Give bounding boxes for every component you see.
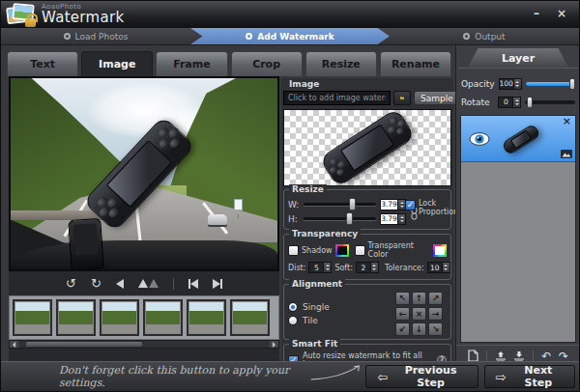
rotate-slider-handle[interactable]	[527, 97, 533, 108]
layer-panel-tab[interactable]: Layer	[468, 48, 568, 68]
tab-frame[interactable]: Frame	[156, 51, 227, 76]
width-slider[interactable]	[304, 203, 376, 206]
transparent-color-label: Transparent Color	[368, 241, 430, 259]
smart-fit-group-title: Smart Fit	[289, 339, 340, 349]
thumbnail[interactable]	[230, 299, 270, 336]
preview-photo[interactable]	[11, 78, 277, 269]
spin-up-icon[interactable]	[400, 214, 404, 218]
tile-radio[interactable]	[288, 316, 298, 325]
shadow-color-swatch[interactable]	[335, 244, 349, 257]
height-spinner[interactable]: 3.79	[380, 213, 406, 225]
rotate-ccw-button[interactable]: ↺	[66, 277, 76, 290]
step-add-watermark[interactable]: Add Watermark	[190, 28, 390, 44]
thumbnail[interactable]	[56, 299, 96, 336]
transparent-color-checkbox[interactable]	[355, 245, 365, 256]
align-right-button[interactable]: →	[428, 307, 443, 321]
align-top-right-button[interactable]: ↗	[428, 292, 443, 305]
align-bottom-button[interactable]: ↓	[412, 322, 426, 336]
scroll-left-arrow[interactable]	[10, 341, 18, 348]
step-load-photos[interactable]: Load Photos	[1, 28, 190, 44]
visibility-eye-icon[interactable]	[469, 132, 490, 146]
thumbnail[interactable]	[143, 299, 183, 336]
tolerance-spinner[interactable]: 10	[427, 262, 450, 273]
step-output[interactable]: Output	[390, 28, 579, 44]
align-top-left-button[interactable]: ↖	[395, 292, 410, 305]
spin-up-icon[interactable]	[400, 200, 404, 204]
previous-step-button[interactable]: ⇦ Previous Step	[365, 365, 478, 388]
opacity-slider[interactable]	[526, 82, 575, 86]
image-watermark-settings: Image Sample Resize W:	[281, 78, 453, 364]
spin-down-icon[interactable]	[400, 206, 404, 210]
watermark-tab-bar: Text Image Frame Crop Resize Rename	[7, 51, 451, 76]
tab-resize[interactable]: Resize	[305, 51, 377, 76]
dist-spinner[interactable]: 5	[308, 262, 332, 273]
spin-down-icon[interactable]	[400, 220, 404, 224]
thumbnail[interactable]	[100, 299, 139, 336]
preview-toolbar: ↺ ↻	[9, 271, 279, 295]
layer-thumbnail	[501, 123, 541, 155]
layer-item-selected[interactable]: ×	[461, 116, 575, 162]
delete-layer-icon[interactable]: ×	[563, 116, 571, 127]
move-layer-up-button[interactable]	[495, 350, 507, 362]
alignment-group: Alignment Single Tile ↖ ↑ ↗ ←	[283, 284, 451, 340]
next-step-button[interactable]: ⇨ Next Step	[484, 365, 575, 388]
browse-folder-button[interactable]	[393, 91, 411, 105]
previous-image-button[interactable]	[188, 279, 198, 289]
align-bottom-left-button[interactable]: ↙	[395, 322, 410, 336]
road-sign	[234, 199, 243, 210]
rotate-slider[interactable]	[525, 100, 575, 104]
watermark-preview	[283, 109, 451, 186]
preview-panel: ↺ ↻	[9, 76, 279, 362]
flip-vertical-button[interactable]	[138, 279, 159, 288]
image-group-title: Image	[286, 79, 322, 89]
transparent-color-swatch[interactable]	[433, 244, 447, 257]
car-dashboard	[11, 240, 277, 269]
align-top-button[interactable]: ↑	[412, 292, 426, 305]
rotate-cw-button[interactable]: ↻	[91, 277, 102, 290]
soft-spinner[interactable]: 2	[356, 262, 379, 273]
sample-button[interactable]: Sample	[414, 91, 460, 105]
watermark-image	[319, 109, 416, 186]
layer-panel: Layer Opacity 100 Rotate 0	[455, 45, 580, 366]
tab-crop[interactable]: Crop	[231, 51, 303, 76]
watermark-file-input[interactable]	[283, 91, 391, 105]
width-spinner[interactable]: 3.79	[380, 199, 406, 210]
thumbnail[interactable]	[13, 299, 52, 336]
height-slider[interactable]	[304, 217, 376, 220]
flip-horizontal-button[interactable]	[116, 279, 124, 289]
lock-proportion-checkbox[interactable]: ✓	[405, 200, 416, 210]
transparency-group-title: Transparency	[289, 229, 361, 238]
resize-group: Resize W: 3.79 H: 3.79 ✓ Lock	[283, 189, 451, 230]
rotate-spinner[interactable]: 0	[498, 97, 521, 108]
tab-image[interactable]: Image	[81, 51, 153, 76]
scrollbar-thumb[interactable]	[26, 342, 142, 347]
lock-proportion-label: Lock Proportion	[419, 200, 458, 217]
tile-radio-row[interactable]: Tile	[288, 316, 330, 325]
thumbnail[interactable]	[187, 299, 226, 336]
width-slider-handle[interactable]	[349, 198, 356, 210]
thumbnail-scrollbar[interactable]	[9, 340, 279, 349]
tab-rename[interactable]: Rename	[380, 51, 451, 76]
single-radio[interactable]	[288, 302, 298, 312]
align-bottom-right-button[interactable]: ↘	[428, 322, 443, 336]
tab-text[interactable]: Text	[7, 51, 78, 76]
align-center-button[interactable]: ×	[412, 307, 426, 321]
single-radio-row[interactable]: Single	[288, 302, 330, 312]
right-arrow-icon: ⇨	[496, 370, 507, 384]
layer-list: ×	[460, 115, 576, 343]
scroll-right-arrow[interactable]	[270, 341, 278, 348]
close-button[interactable]: ×	[552, 8, 571, 21]
transparency-group: Transparency Shadow Transparent Color Di…	[283, 234, 451, 280]
align-left-button[interactable]: ←	[395, 307, 410, 321]
next-image-button[interactable]	[213, 279, 222, 289]
title-bar: AoaoPhoto Watermark – ×	[1, 1, 579, 28]
car	[208, 214, 227, 225]
app-title: AoaoPhoto Watermark	[42, 4, 124, 25]
shadow-checkbox[interactable]	[288, 245, 299, 256]
height-slider-handle[interactable]	[346, 212, 353, 225]
opacity-slider-handle[interactable]	[569, 78, 575, 90]
move-layer-down-button[interactable]	[513, 350, 525, 362]
image-group: Image Sample	[283, 84, 451, 186]
minimize-button[interactable]: –	[527, 8, 546, 21]
opacity-spinner[interactable]: 100	[499, 78, 522, 90]
